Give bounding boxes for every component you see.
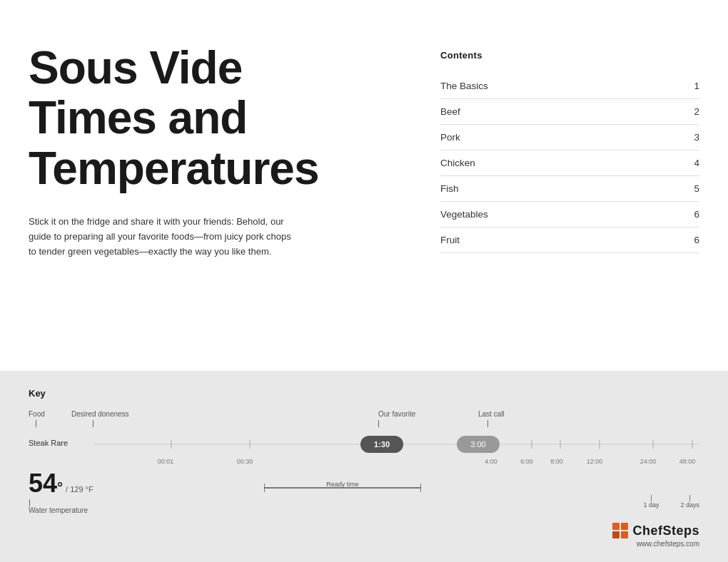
toc-label: Beef <box>440 106 460 117</box>
logo-cell-4 <box>621 531 628 538</box>
toc-item-chicken: Chicken 4 <box>440 150 699 176</box>
toc-label: Vegetables <box>440 209 488 220</box>
logo-cell-1 <box>612 523 620 530</box>
logo-name-bold: Chef <box>632 523 662 538</box>
water-temp-label: Water temperature <box>29 506 93 514</box>
time-tick-8: 48:00 <box>679 458 696 465</box>
logo-text: ChefSteps <box>632 523 699 538</box>
logo-cell-3 <box>612 531 620 538</box>
day1-group: | 1 day <box>643 494 659 509</box>
toc-label: Chicken <box>440 158 475 168</box>
toc-item-fruit: Fruit 6 <box>440 228 699 253</box>
toc-item-beef: Beef 2 <box>440 99 699 125</box>
toc-heading: Contents <box>440 50 699 61</box>
timeline-svg: 1:30 3:00 <box>29 431 699 457</box>
key-title: Key <box>29 388 699 399</box>
day2-label: 2 days <box>680 501 699 509</box>
toc-label: Fruit <box>440 235 460 245</box>
day-labels: | 1 day | 2 days <box>643 494 699 509</box>
toc-number: 1 <box>694 81 699 91</box>
toc-number: 6 <box>694 209 699 220</box>
temp-tick-row: | <box>29 498 93 506</box>
time-tick-7: 24:00 <box>640 458 657 465</box>
time-tick-4: 6:00 <box>520 458 533 465</box>
toc-number: 2 <box>694 106 699 117</box>
logo-name-regular: Steps <box>662 523 699 538</box>
day2-group: | 2 days <box>680 494 699 509</box>
left-content: Sous Vide Times and Temperatures Stick i… <box>29 43 398 342</box>
temp-celsius: 54 <box>29 471 57 496</box>
time-tick-2: 00:30 <box>237 458 253 465</box>
toc-number: 4 <box>694 158 699 168</box>
logo-brand: ChefSteps <box>612 523 699 538</box>
our-favorite-tick <box>378 420 379 427</box>
ready-time-indicator: Ready time <box>264 481 421 495</box>
food-tick <box>36 420 36 427</box>
svg-text:1:30: 1:30 <box>374 440 390 449</box>
toc-item-basics: The Basics 1 <box>440 73 699 99</box>
last-call-tick <box>487 420 488 427</box>
toc-label: The Basics <box>440 81 488 91</box>
last-call-label: Last call <box>478 410 505 418</box>
page-description: Stick it on the fridge and share it with… <box>29 215 300 259</box>
food-label: Food <box>29 410 45 418</box>
time-tick-3: 4:00 <box>485 458 497 465</box>
logo-grid-icon <box>612 523 628 538</box>
toc-item-pork: Pork 3 <box>440 125 699 150</box>
doneness-tick <box>93 420 93 427</box>
desired-doneness-label: Desired doneness <box>71 410 129 418</box>
temperature-display: 54 ° / 129 °F | Water temperature <box>29 471 93 514</box>
svg-text:3:00: 3:00 <box>470 440 485 449</box>
chefsteps-logo: ChefSteps www.chefsteps.com <box>612 523 699 548</box>
time-tick-6: 12:00 <box>587 458 603 465</box>
toc-section: Contents The Basics 1 Beef 2 Pork 3 Chic… <box>398 43 699 342</box>
bottom-section: Key Food Desired doneness Our favorite L… <box>0 371 728 562</box>
ready-time-svg: Ready time <box>264 481 421 495</box>
temp-fahrenheit: / 129 °F <box>66 485 93 494</box>
svg-text:Ready time: Ready time <box>326 481 359 488</box>
time-tick-1: 00:01 <box>158 458 174 465</box>
time-tick-5: 8:00 <box>550 458 563 465</box>
toc-number: 5 <box>694 183 699 194</box>
top-section: Sous Vide Times and Temperatures Stick i… <box>0 0 728 371</box>
toc-number: 6 <box>694 235 699 245</box>
day1-label: 1 day <box>643 501 659 509</box>
temp-values: 54 ° / 129 °F <box>29 471 93 496</box>
page-title: Sous Vide Times and Temperatures <box>29 43 369 193</box>
toc-label: Pork <box>440 132 460 143</box>
our-favorite-label: Our favorite <box>378 410 415 418</box>
toc-item-fish: Fish 5 <box>440 176 699 202</box>
key-diagram: Food Desired doneness Our favorite Last … <box>29 410 699 514</box>
toc-item-vegetables: Vegetables 6 <box>440 202 699 228</box>
logo-url: www.chefsteps.com <box>637 540 699 548</box>
toc-number: 3 <box>694 132 699 143</box>
logo-cell-2 <box>621 523 628 530</box>
toc-label: Fish <box>440 183 459 194</box>
temp-degree-symbol: ° <box>57 480 63 494</box>
